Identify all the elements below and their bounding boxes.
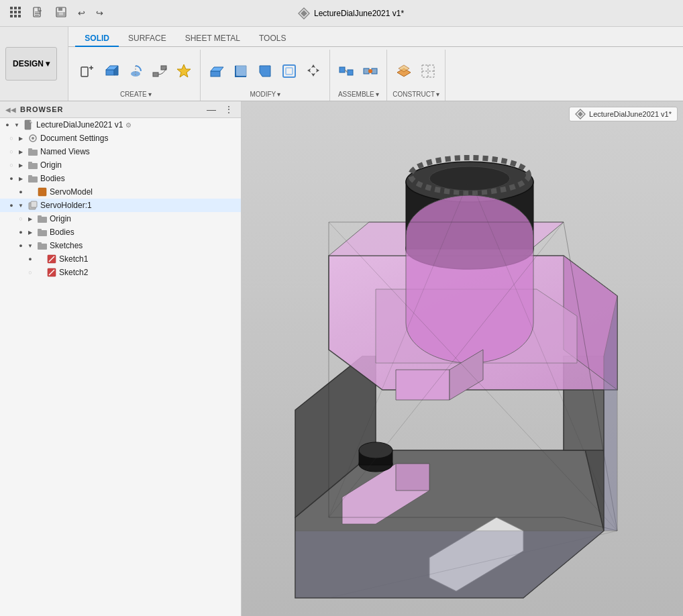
create-section: CREATE ▾ (71, 50, 201, 101)
toggle-doc-settings[interactable] (16, 134, 25, 143)
toggle-root[interactable] (12, 120, 21, 130)
construct-label: CONSTRUCT ▾ (392, 89, 439, 101)
visibility-icon-sketch2[interactable] (25, 269, 35, 276)
tree-item-bodies[interactable]: Bodies (0, 172, 241, 185)
svg-rect-57 (28, 175, 32, 177)
svg-rect-1 (14, 7, 17, 9)
visibility-icon-root[interactable] (3, 121, 12, 128)
svg-point-51 (32, 137, 34, 140)
toggle-named-views[interactable] (16, 147, 25, 156)
doc-settings-label: Document Settings (40, 134, 108, 143)
svg-rect-63 (38, 230, 47, 236)
new-component-icon[interactable] (76, 60, 98, 82)
chamfer-icon[interactable] (254, 60, 276, 82)
toggle-sketch2 (35, 268, 44, 277)
visibility-icon-sh-bodies[interactable] (16, 229, 25, 236)
svg-marker-34 (260, 66, 270, 76)
tree-item-doc-settings[interactable]: Document Settings (0, 132, 241, 145)
named-views-label: Named Views (40, 147, 90, 156)
redo-button[interactable]: ↪ (93, 7, 106, 19)
sh-sketches-label: Sketches (50, 241, 83, 250)
assemble-label: ASSEMBLE ▾ (338, 89, 379, 101)
visibility-icon-doc-settings[interactable] (7, 135, 16, 142)
toggle-sh-sketches[interactable] (25, 241, 35, 250)
joint-icon[interactable] (335, 60, 357, 82)
toggle-sh-origin[interactable] (25, 214, 35, 223)
tree-item-servo-holder[interactable]: ServoHolder:1 (0, 199, 241, 212)
toggle-bodies[interactable] (16, 174, 25, 183)
visibility-icon-servo-holder[interactable] (7, 202, 16, 209)
extrude-icon[interactable] (101, 60, 122, 82)
svg-rect-30 (211, 71, 220, 76)
viewport[interactable]: LectureDialJune2021 v1* (242, 101, 683, 616)
create-label: CREATE ▾ (120, 89, 152, 101)
visibility-icon-named-views[interactable] (7, 148, 16, 155)
browser-options-button[interactable]: ⋮ (222, 104, 235, 115)
tab-sheet-metal[interactable]: SHEET METAL (176, 31, 250, 47)
svg-rect-27 (153, 72, 158, 76)
svg-rect-65 (38, 244, 47, 250)
construct-section: CONSTRUCT ▾ (387, 50, 445, 101)
shell-icon[interactable] (278, 60, 300, 82)
tree-item-named-views[interactable]: Named Views (0, 145, 241, 158)
badge-icon (575, 109, 586, 119)
tab-solid[interactable]: SOLID (75, 31, 119, 47)
origin-label: Origin (40, 160, 62, 170)
toggle-sh-bodies[interactable] (25, 227, 35, 237)
sketch2-icon (46, 267, 57, 278)
svg-rect-54 (28, 163, 38, 169)
undo-button[interactable]: ↩ (75, 7, 88, 19)
save-button[interactable] (52, 5, 70, 21)
revolve-icon[interactable] (125, 60, 146, 82)
as-built-joint-icon[interactable] (360, 60, 381, 82)
svg-rect-14 (58, 7, 62, 11)
svg-rect-66 (38, 242, 42, 244)
tree-item-origin[interactable]: Origin (0, 158, 241, 172)
tab-surface[interactable]: SURFACE (119, 31, 176, 47)
svg-rect-38 (339, 67, 345, 72)
visibility-icon-sh-origin[interactable] (16, 215, 25, 222)
tab-tools[interactable]: TOOLS (250, 31, 295, 47)
press-pull-icon[interactable] (206, 60, 227, 82)
svg-point-92 (359, 442, 392, 458)
svg-rect-7 (14, 15, 17, 17)
tree-item-root[interactable]: LectureDialJune2021 v1 ⚙ (0, 118, 241, 132)
servo-holder-label: ServoHolder:1 (40, 201, 92, 210)
construct-extra-icon[interactable] (417, 60, 439, 82)
tree-item-servo-model[interactable]: ServoModel (0, 185, 241, 199)
visibility-icon-origin[interactable] (7, 162, 16, 168)
browser-collapse-button[interactable]: — (205, 104, 218, 115)
svg-rect-22 (106, 70, 114, 75)
svg-marker-29 (177, 64, 191, 77)
tree-item-sh-origin[interactable]: Origin (0, 212, 241, 225)
app-grid-button[interactable] (7, 5, 24, 21)
body-icon (37, 187, 48, 197)
visibility-icon-servo-model[interactable] (16, 189, 25, 195)
file-menu-button[interactable] (30, 5, 47, 21)
design-dropdown[interactable]: DESIGN ▾ (5, 47, 57, 81)
fillet-icon[interactable] (230, 60, 252, 82)
offset-plane-icon[interactable] (393, 60, 415, 82)
visibility-icon-sh-sketches[interactable] (16, 242, 25, 249)
toggle-origin[interactable] (16, 160, 25, 170)
svg-rect-36 (286, 68, 293, 74)
toggle-servo-holder[interactable] (16, 201, 25, 210)
sh-bodies-label: Bodies (50, 227, 74, 237)
visibility-icon-bodies[interactable] (7, 175, 16, 182)
toggle-sketch1 (35, 254, 44, 264)
svg-rect-2 (18, 7, 21, 9)
svg-rect-64 (38, 229, 42, 231)
tree-item-sketch2[interactable]: Sketch2 (0, 266, 241, 279)
tree-item-sketch1[interactable]: Sketch1 (0, 252, 241, 266)
tree-item-sh-bodies[interactable]: Bodies (0, 225, 241, 239)
modify-section: MODIFY ▾ (201, 50, 330, 101)
move-icon[interactable] (303, 60, 324, 82)
svg-marker-88 (396, 464, 429, 491)
sweep-icon[interactable] (149, 60, 170, 82)
servo-model-label: ServoModel (50, 187, 93, 197)
visibility-icon-sketch1[interactable] (25, 256, 35, 262)
special-feature-icon[interactable] (173, 60, 195, 82)
fusion-logo-icon (298, 7, 310, 19)
badge-title: LectureDialJune2021 v1* (589, 110, 672, 118)
tree-item-sh-sketches[interactable]: Sketches (0, 239, 241, 252)
